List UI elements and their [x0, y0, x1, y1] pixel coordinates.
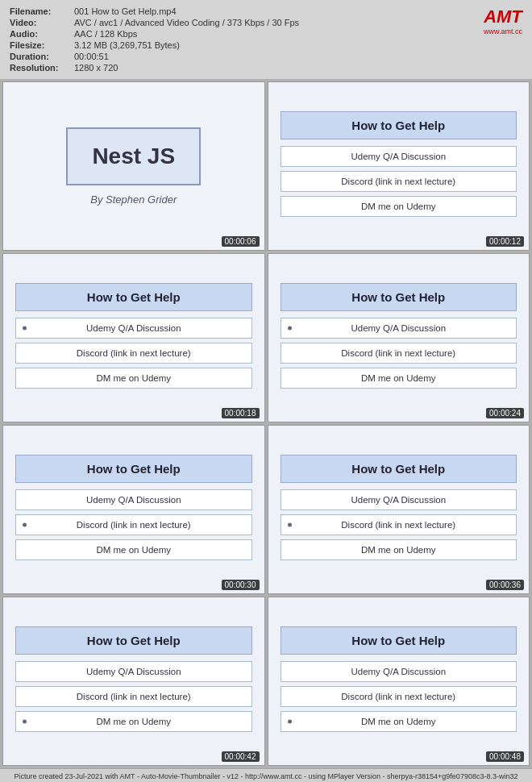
nestjs-subtitle: By Stephen Grider	[90, 193, 177, 206]
thumbnails-grid: Nest JS By Stephen Grider 00:00:06 How t…	[0, 79, 532, 768]
help-btn-5-3-text: DM me on Udemy	[96, 717, 171, 726]
help-timestamp-6: 00:00:48	[486, 751, 524, 762]
filesize-label: Filesize:	[10, 40, 74, 50]
help-btn-2-2-text: Discord (link in next lecture)	[341, 348, 455, 358]
help-btn-6-3[interactable]: DM me on Udemy	[281, 711, 517, 732]
help-heading-3: How to Get Help	[87, 462, 181, 476]
help-btn-3-2[interactable]: Discord (link in next lecture)	[15, 514, 252, 535]
dot-3-2	[23, 523, 27, 527]
help-btn-2-3-text: DM me on Udemy	[361, 373, 436, 383]
help-heading-5: How to Get Help	[87, 634, 181, 647]
help-heading-4: How to Get Help	[351, 462, 445, 476]
help-btn-4-3[interactable]: DM me on Udemy	[281, 539, 517, 560]
help-heading-6: How to Get Help	[351, 634, 445, 647]
help-timestamp-4: 00:00:36	[486, 580, 524, 590]
help-btn-6-1-text: Udemy Q/A Discussion	[351, 667, 446, 676]
help-timestamp-5: 00:00:42	[222, 751, 260, 762]
nestjs-box: Nest JS	[66, 127, 201, 185]
duration-label: Duration:	[10, 52, 74, 61]
thumb-help-6: How to Get Help Udemy Q/A Discussion Dis…	[268, 597, 530, 766]
help-btn-0-3[interactable]: DM me on Udemy	[281, 196, 517, 217]
help-timestamp-1: 00:00:18	[222, 408, 260, 418]
dot-2-1	[288, 327, 292, 331]
help-btn-0-2-text: Discord (link in next lecture)	[341, 177, 455, 186]
help-timestamp-2: 00:00:24	[486, 408, 524, 418]
help-btn-5-2-text: Discord (link in next lecture)	[77, 692, 191, 701]
help-btn-1-2[interactable]: Discord (link in next lecture)	[15, 343, 252, 364]
help-btn-4-2[interactable]: Discord (link in next lecture)	[281, 514, 517, 535]
help-heading-box-5: How to Get Help	[15, 626, 252, 655]
resolution-label: Resolution:	[10, 63, 74, 73]
help-btn-6-3-text: DM me on Udemy	[361, 717, 436, 726]
resolution-value: 1280 x 720	[74, 63, 522, 73]
help-btn-3-2-text: Discord (link in next lecture)	[77, 520, 191, 530]
help-btn-3-1[interactable]: Udemy Q/A Discussion	[15, 489, 252, 510]
footer-text: Picture created 23-Jul-2021 with AMT - A…	[15, 772, 518, 780]
filename-label: Filename:	[10, 6, 74, 16]
help-heading-box-3: How to Get Help	[15, 455, 252, 483]
filesize-value: 3.12 MB (3,269,751 Bytes)	[74, 40, 522, 50]
help-btn-5-2[interactable]: Discord (link in next lecture)	[15, 686, 252, 707]
help-btn-4-1[interactable]: Udemy Q/A Discussion	[281, 489, 517, 510]
help-btn-5-1[interactable]: Udemy Q/A Discussion	[15, 661, 252, 682]
help-btn-2-3[interactable]: DM me on Udemy	[281, 368, 517, 389]
help-btn-6-1[interactable]: Udemy Q/A Discussion	[281, 661, 517, 682]
thumb-help-4: How to Get Help Udemy Q/A Discussion Dis…	[268, 425, 530, 594]
filename-value: 001 How to Get Help.mp4	[74, 6, 522, 16]
help-btn-4-3-text: DM me on Udemy	[361, 545, 436, 555]
logo-url: www.amt.cc	[484, 27, 522, 35]
video-value: AVC / avc1 / Advanced Video Coding / 373…	[74, 18, 522, 27]
duration-value: 00:00:51	[74, 52, 522, 61]
help-btn-6-2-text: Discord (link in next lecture)	[341, 692, 455, 701]
help-btn-5-1-text: Udemy Q/A Discussion	[86, 667, 181, 676]
help-heading-box-6: How to Get Help	[281, 626, 517, 655]
audio-value: AAC / 128 Kbps	[74, 29, 522, 39]
nestjs-timestamp: 00:00:06	[222, 236, 260, 247]
help-btn-1-1[interactable]: Udemy Q/A Discussion	[15, 318, 252, 339]
thumb-help-2: How to Get Help Udemy Q/A Discussion Dis…	[268, 253, 530, 422]
thumb-help-0: How to Get Help Udemy Q/A Discussion Dis…	[268, 81, 530, 251]
help-btn-3-1-text: Udemy Q/A Discussion	[86, 495, 181, 505]
help-btn-6-2[interactable]: Discord (link in next lecture)	[281, 686, 517, 707]
help-heading-box-4: How to Get Help	[281, 455, 517, 483]
help-btn-4-1-text: Udemy Q/A Discussion	[351, 495, 446, 505]
help-heading-1: How to Get Help	[87, 290, 181, 304]
help-btn-1-2-text: Discord (link in next lecture)	[77, 348, 191, 358]
logo-text: AMT	[484, 6, 522, 27]
help-heading-2: How to Get Help	[351, 290, 445, 304]
dot-1-1	[23, 327, 27, 331]
thumb-nestjs: Nest JS By Stephen Grider 00:00:06	[2, 81, 265, 251]
help-timestamp-0: 00:00:12	[486, 236, 524, 247]
dot-4-2	[288, 523, 292, 527]
dot-6-3	[288, 720, 292, 724]
help-btn-1-1-text: Udemy Q/A Discussion	[86, 323, 181, 333]
help-btn-2-1-text: Udemy Q/A Discussion	[351, 323, 446, 333]
help-btn-3-3[interactable]: DM me on Udemy	[15, 539, 252, 560]
help-heading-0: How to Get Help	[351, 119, 445, 132]
help-btn-2-2[interactable]: Discord (link in next lecture)	[281, 343, 517, 364]
nestjs-title: Nest JS	[92, 144, 175, 169]
help-btn-0-1[interactable]: Udemy Q/A Discussion	[281, 146, 517, 167]
help-timestamp-3: 00:00:30	[222, 580, 260, 590]
thumb-help-3: How to Get Help Udemy Q/A Discussion Dis…	[2, 425, 265, 594]
help-btn-1-3-text: DM me on Udemy	[96, 373, 171, 383]
thumb-help-1: How to Get Help Udemy Q/A Discussion Dis…	[2, 253, 265, 422]
help-btn-0-2[interactable]: Discord (link in next lecture)	[281, 171, 517, 192]
help-heading-box-2: How to Get Help	[281, 283, 517, 311]
footer: Picture created 23-Jul-2021 with AMT - A…	[0, 768, 532, 782]
help-btn-1-3[interactable]: DM me on Udemy	[15, 368, 252, 389]
help-btn-0-3-text: DM me on Udemy	[361, 202, 436, 211]
video-label: Video:	[10, 18, 74, 27]
help-heading-box-0: How to Get Help	[281, 111, 517, 139]
audio-label: Audio:	[10, 29, 74, 39]
thumb-help-5: How to Get Help Udemy Q/A Discussion Dis…	[2, 597, 265, 766]
help-btn-4-2-text: Discord (link in next lecture)	[341, 520, 455, 530]
help-btn-2-1[interactable]: Udemy Q/A Discussion	[281, 318, 517, 339]
dot-5-3	[23, 720, 27, 724]
help-btn-0-1-text: Udemy Q/A Discussion	[351, 152, 446, 161]
info-header: Filename: 001 How to Get Help.mp4 Video:…	[0, 0, 532, 79]
help-btn-5-3[interactable]: DM me on Udemy	[15, 711, 252, 732]
help-btn-3-3-text: DM me on Udemy	[96, 545, 171, 555]
help-heading-box-1: How to Get Help	[15, 283, 252, 311]
logo: AMT www.amt.cc	[484, 6, 522, 35]
